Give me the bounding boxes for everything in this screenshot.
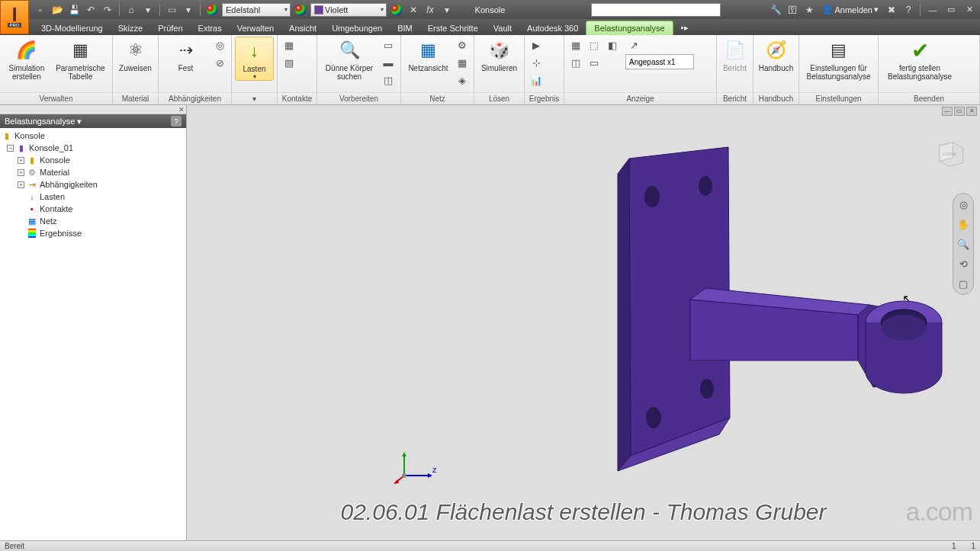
finish-button[interactable]: ✔fertig stellen Belastungsanalyse	[882, 37, 958, 81]
fx-icon[interactable]: fx	[423, 3, 437, 17]
midsurface-icon[interactable]: ▭	[380, 37, 397, 53]
signin-button[interactable]: 👤 Anmelden ▾	[819, 5, 882, 14]
tree-loads[interactable]: Lasten	[40, 192, 65, 201]
search-icon[interactable]: 🔧	[769, 3, 782, 17]
model-browser-tree[interactable]: ▮Konsole −▮Konsole_01 +▮Konsole +⚙Materi…	[0, 128, 186, 540]
nav-pan-icon[interactable]: ✋	[956, 216, 971, 232]
collapse-icon[interactable]: −	[7, 145, 14, 152]
minimize-button[interactable]: —	[925, 4, 940, 16]
nav-zoom-icon[interactable]: 🔍	[956, 236, 971, 251]
nav-orbit-icon[interactable]: ⟲	[956, 256, 971, 271]
nav-lookat-icon[interactable]: ▢	[956, 276, 971, 291]
tab-vault[interactable]: Vault	[486, 21, 519, 35]
report-button[interactable]: 📄Bericht	[720, 37, 750, 72]
redo-icon[interactable]: ↷	[101, 3, 114, 17]
display-3-icon[interactable]: ⬚	[586, 37, 602, 53]
mesh-view-button[interactable]: ▦Netzansicht	[404, 37, 452, 72]
material-icon: ⚙	[27, 167, 37, 178]
tab-sketch[interactable]: Skizze	[111, 21, 150, 35]
tab-stress-analysis[interactable]: Belastungsanalyse	[586, 21, 673, 35]
simulate-button[interactable]: 🎲Simulieren	[477, 37, 521, 72]
nav-wheel-icon[interactable]: ◎	[956, 197, 971, 212]
app-menu-button[interactable]: IPRO	[0, 0, 29, 34]
new-icon[interactable]: ▫	[34, 3, 47, 17]
3d-part-model[interactable]	[431, 136, 949, 517]
tree-konsole[interactable]: Konsole	[40, 155, 70, 165]
tree-results[interactable]: Ergebnisse	[40, 229, 82, 238]
vp-maximize-icon[interactable]: ▭	[954, 107, 965, 116]
close-button[interactable]: ✕	[962, 4, 977, 16]
thin-bodies-button[interactable]: 🔍Dünne Körper suchen	[320, 37, 378, 81]
auto-contact-icon[interactable]: ▦	[281, 37, 297, 53]
tab-bim[interactable]: BIM	[390, 21, 420, 35]
tree-contacts[interactable]: Kontakte	[40, 204, 72, 213]
tab-inspect[interactable]: Prüfen	[150, 21, 190, 35]
guide-button[interactable]: 🧭Handbuch	[757, 37, 795, 72]
search-input[interactable]	[591, 3, 721, 17]
result-anim-icon[interactable]: ▶	[528, 37, 545, 53]
clear-override-icon[interactable]: ✕	[406, 3, 420, 17]
tree-material[interactable]: Material	[40, 168, 69, 177]
home-icon[interactable]: ⌂	[124, 3, 138, 17]
tab-exit-icon[interactable]: ▪▸	[673, 21, 696, 35]
vp-close-icon[interactable]: ✕	[966, 107, 977, 116]
tab-3d-modeling[interactable]: 3D-Modellierung	[34, 21, 111, 35]
undo-icon[interactable]: ↶	[84, 3, 98, 17]
save-icon[interactable]: 💾	[67, 3, 81, 17]
result-conv-icon[interactable]: 📊	[528, 72, 545, 88]
report-icon: 📄	[723, 38, 747, 62]
browser-close-button[interactable]: ✕	[0, 105, 186, 114]
display-4-icon[interactable]: ▭	[586, 54, 602, 71]
open-icon[interactable]: 📂	[50, 3, 64, 17]
mesh-settings-icon[interactable]: ⚙	[454, 37, 471, 53]
frictionless-icon[interactable]: ⊘	[211, 54, 228, 71]
browser-help-icon[interactable]: ?	[171, 116, 182, 127]
display-5-icon[interactable]: ◧	[604, 37, 621, 53]
display-scale-icon[interactable]: ↗	[625, 37, 642, 53]
appearance-dropdown[interactable]: Violett	[310, 3, 387, 17]
display-scale-dropdown[interactable]: Angepasst x1	[625, 54, 694, 69]
browser-title[interactable]: Belastungsanalyse ▾	[5, 117, 82, 127]
tab-view[interactable]: Ansicht	[281, 21, 324, 35]
convergence-icon[interactable]: ◈	[454, 72, 471, 88]
qat-dd-icon[interactable]: ▾	[141, 3, 155, 17]
material-dropdown[interactable]: Edelstahl	[222, 3, 291, 17]
loads-button[interactable]: ↓Lasten▾	[235, 37, 274, 81]
settings-button[interactable]: ▤Einstellungen für Belastungsanalyse	[802, 37, 875, 81]
local-mesh-icon[interactable]: ▦	[454, 54, 471, 71]
split-icon[interactable]: ◫	[380, 72, 397, 88]
tree-root[interactable]: Konsole	[14, 131, 45, 140]
navigation-bar[interactable]: ◎ ✋ 🔍 ⟲ ▢	[953, 193, 974, 295]
tree-mesh[interactable]: Netz	[40, 216, 57, 226]
exchange-icon[interactable]: ✖	[885, 3, 898, 17]
expand-icon[interactable]: +	[18, 169, 24, 176]
key-icon[interactable]: ⚿	[786, 3, 799, 17]
qat-more-icon[interactable]: ▾	[440, 3, 454, 17]
select-icon[interactable]: ▭	[165, 3, 178, 17]
manual-contact-icon[interactable]: ▨	[281, 54, 297, 71]
offset-icon[interactable]: ▬	[380, 54, 397, 71]
select-dd-icon[interactable]: ▾	[182, 3, 195, 17]
pin-constraint-icon[interactable]: ◎	[211, 37, 228, 53]
tree-constraints[interactable]: Abhängigkeiten	[40, 180, 98, 189]
display-1-icon[interactable]: ▦	[567, 37, 584, 53]
assign-material-button[interactable]: ⚛Zuweisen	[116, 37, 155, 72]
tree-sim[interactable]: Konsole_01	[29, 143, 73, 152]
help-icon[interactable]: ?	[901, 3, 915, 17]
parametric-table-button[interactable]: ▦Parametrische Tabelle	[52, 37, 109, 81]
tab-getstarted[interactable]: Erste Schritte	[420, 21, 486, 35]
tab-a360[interactable]: Autodesk 360	[519, 21, 586, 35]
3d-viewport[interactable]: — ▭ ✕ VORNE ◎ ✋ 🔍 ⟲ ▢ ↖	[187, 105, 980, 540]
result-probe-icon[interactable]: ⊹	[528, 54, 545, 71]
vp-minimize-icon[interactable]: —	[942, 107, 953, 116]
create-simulation-button[interactable]: 🌈Simulation erstellen	[3, 37, 50, 81]
tab-manage[interactable]: Verwalten	[230, 21, 281, 35]
fixed-constraint-button[interactable]: ⇢Fest	[162, 37, 210, 72]
restore-button[interactable]: ▭	[943, 4, 959, 16]
display-2-icon[interactable]: ◫	[567, 54, 584, 71]
expand-icon[interactable]: +	[18, 181, 24, 188]
expand-icon[interactable]: +	[18, 157, 24, 164]
star-icon[interactable]: ★	[802, 3, 816, 17]
tab-environments[interactable]: Umgebungen	[324, 21, 390, 35]
tab-tools[interactable]: Extras	[191, 21, 230, 35]
